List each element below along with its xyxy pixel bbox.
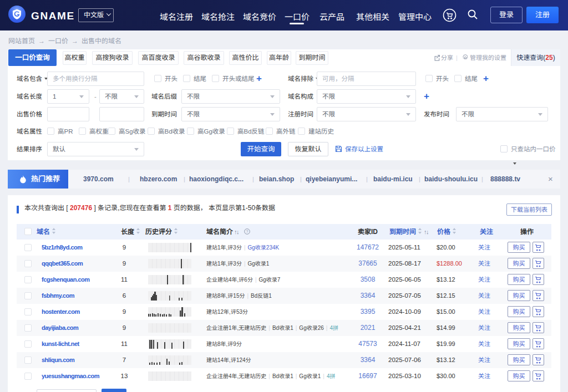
svg-text:?: ?	[246, 230, 248, 233]
